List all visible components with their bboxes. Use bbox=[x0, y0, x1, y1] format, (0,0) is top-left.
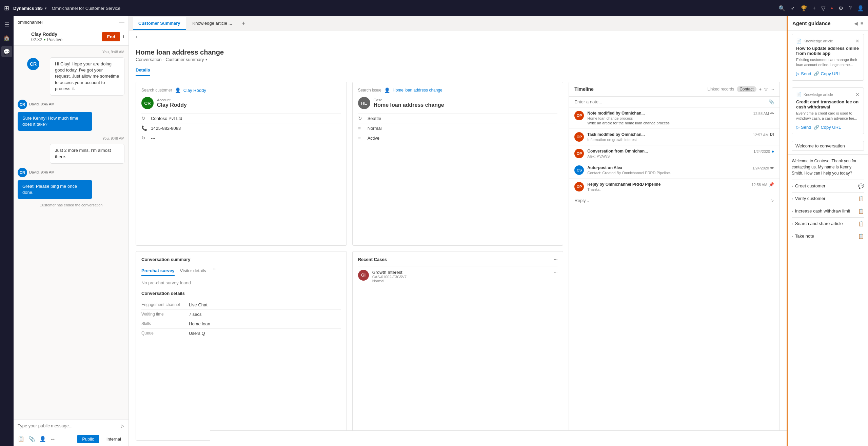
company-icon: ↻ bbox=[141, 116, 148, 121]
knowledge-card-2-copyurl-button[interactable]: 🔗 Copy URL bbox=[814, 125, 841, 130]
tab-add-icon[interactable]: + bbox=[239, 17, 248, 30]
send-message-icon[interactable]: ▷ bbox=[121, 423, 124, 428]
ag-step-take-note[interactable]: › Take note 📋 bbox=[792, 230, 864, 242]
other-value: --- bbox=[151, 136, 155, 141]
timeline-edit-icon-4[interactable]: ✏ bbox=[770, 165, 774, 170]
msg-sender-1: David, 9:46 AM bbox=[29, 102, 55, 106]
ag-step-icon-4: 📋 bbox=[858, 221, 864, 226]
conv-tab-more-icon[interactable]: ··· bbox=[213, 266, 217, 276]
timeline-check-icon-2[interactable]: ☑ bbox=[770, 132, 774, 137]
conversation-summary-card: Conversation summary Pre-chat survey Vis… bbox=[136, 251, 347, 441]
timeline-pin-icon-5[interactable]: 📌 bbox=[769, 182, 774, 187]
agent-guidance-welcome-text: Welcome to Contoso. Thank you for contac… bbox=[788, 155, 868, 180]
timeline-avatar-4: CS bbox=[574, 165, 584, 175]
public-mode-button[interactable]: Public bbox=[77, 435, 99, 443]
linked-tag[interactable]: Contact bbox=[737, 86, 756, 92]
detail-tab-details[interactable]: Details bbox=[136, 65, 150, 76]
timeline-edit-icon-1[interactable]: ✏ bbox=[770, 111, 774, 116]
timeline-avatar-3: OP bbox=[574, 149, 584, 158]
chat-minimize-icon[interactable]: — bbox=[119, 19, 124, 25]
sidebar-menu-icon[interactable]: ☰ bbox=[1, 19, 12, 30]
settings-icon[interactable]: ⚙ bbox=[839, 5, 843, 12]
case-header: Home loan address change Conversation - … bbox=[129, 43, 787, 65]
agent-guidance-title: Agent guidance bbox=[792, 20, 851, 26]
search-icon[interactable]: 🔍 bbox=[778, 5, 785, 12]
brand-chevron-icon[interactable]: ▾ bbox=[45, 6, 46, 10]
app-grid-icon[interactable]: ⊞ bbox=[4, 4, 9, 12]
recent-cases-more-icon[interactable]: ··· bbox=[554, 257, 557, 262]
ag-step-label-1: Greet customer bbox=[795, 183, 856, 188]
case-item-name-1: Growth Interest bbox=[372, 270, 551, 275]
agent-message-2: Just 2 more mins. I'm almost there. bbox=[50, 144, 124, 163]
timeline-add-icon[interactable]: + bbox=[759, 87, 762, 92]
ag-step-verify[interactable]: › Verify customer 📋 bbox=[792, 192, 864, 205]
tab-customer-summary[interactable]: Customer Summary bbox=[133, 17, 186, 30]
ag-step-chevron-2: › bbox=[792, 197, 793, 201]
sidebar-chat-icon[interactable]: 💬 bbox=[1, 46, 12, 57]
timeline-item-subtitle-2: Information on growth interest bbox=[587, 138, 749, 142]
add-icon[interactable]: + bbox=[813, 5, 816, 11]
participant-icon[interactable]: 👤 bbox=[39, 436, 46, 442]
send-icon-1: ▷ bbox=[796, 71, 800, 76]
conv-tab-prechat[interactable]: Pre-chat survey bbox=[141, 266, 175, 276]
transfer-icon[interactable]: ↔ bbox=[50, 436, 56, 442]
note-attach-icon[interactable]: 📎 bbox=[769, 99, 774, 104]
quick-reply-icon[interactable]: 📋 bbox=[18, 436, 24, 442]
issue-link[interactable]: Home loan address change bbox=[393, 88, 442, 93]
issue-avatar: HL bbox=[358, 97, 370, 109]
check-icon[interactable]: ✓ bbox=[791, 5, 795, 12]
knowledge-card-2: 📄 Knowledge article ✕ Credit card transa… bbox=[792, 87, 864, 134]
knowledge-card-1: 📄 Knowledge article ✕ How to update addr… bbox=[792, 34, 864, 81]
notification-icon[interactable]: ● bbox=[831, 6, 833, 11]
brand-logo: Dynamics 365 ▾ bbox=[13, 6, 46, 11]
timeline-filter-icon[interactable]: ▽ bbox=[764, 87, 768, 92]
knowledge-card-1-header: 📄 Knowledge article ✕ bbox=[796, 38, 860, 44]
ag-step-greet[interactable]: › Greet customer 💬 bbox=[792, 180, 864, 192]
ag-step-increase-cash[interactable]: › Increase cash withdraw limit 📋 bbox=[792, 205, 864, 217]
timeline-more-icon[interactable]: ··· bbox=[770, 87, 774, 92]
knowledge-card-2-send-button[interactable]: ▷ Send bbox=[796, 125, 811, 130]
customer-avatar-inline-1: CR bbox=[18, 100, 27, 109]
reply-send-icon[interactable]: ▷ bbox=[771, 198, 774, 203]
chat-toolbar: 📋 📎 👤 ↔ Public Internal bbox=[14, 432, 129, 446]
end-conversation-button[interactable]: End bbox=[102, 32, 120, 41]
customer-link[interactable]: Clay Roddy bbox=[183, 88, 206, 93]
ag-step-search-article[interactable]: › Search and share article 📋 bbox=[792, 217, 864, 230]
chat-info-icon[interactable]: ℹ bbox=[123, 34, 124, 39]
timeline-item-5: OP Reply by Omnichannel PRRD Pipeline Th… bbox=[569, 179, 780, 195]
case-item-more-icon-1[interactable]: ··· bbox=[554, 270, 557, 275]
agent-guidance-dropdown[interactable]: Welcome to conversation bbox=[792, 141, 864, 151]
knowledge-card-1-actions: ▷ Send 🔗 Copy URL bbox=[796, 71, 860, 76]
timeline-item-subtitle-4: Contact: Created By Omnichannel PRRD Pip… bbox=[587, 171, 749, 175]
timeline-header: Timeline Linked records Contact + ▽ ··· bbox=[569, 82, 780, 97]
search-issue-label: Search issue bbox=[358, 88, 381, 93]
case-subtitle-chevron-icon[interactable]: ▾ bbox=[205, 58, 207, 61]
timeline-actions: + ▽ ··· bbox=[759, 87, 774, 92]
status-row: ≡ Active bbox=[358, 133, 558, 143]
knowledge-card-2-close-icon[interactable]: ✕ bbox=[855, 92, 860, 97]
knowledge-card-1-send-button[interactable]: ▷ Send bbox=[796, 71, 811, 76]
agent-guidance-collapse-icon[interactable]: ◀ bbox=[854, 21, 858, 26]
trophy-icon[interactable]: 🏆 bbox=[801, 5, 807, 12]
case-title: Home loan address change bbox=[136, 48, 780, 56]
user-icon[interactable]: 👤 bbox=[857, 5, 864, 12]
back-icon[interactable]: ‹ bbox=[136, 34, 137, 40]
case-item-id-1: CAS-01002-T3G5V7 bbox=[372, 275, 551, 279]
attach-icon[interactable]: 📎 bbox=[28, 436, 35, 442]
reply-input[interactable] bbox=[574, 198, 768, 203]
help-icon[interactable]: ? bbox=[849, 5, 852, 11]
conv-tab-visitor[interactable]: Visitor details bbox=[180, 266, 206, 276]
chat-input[interactable] bbox=[18, 423, 121, 428]
knowledge-card-1-copyurl-button[interactable]: 🔗 Copy URL bbox=[814, 71, 841, 76]
tab-knowledge-article[interactable]: Knowledge article ... bbox=[187, 17, 238, 30]
agent-guidance-list-icon[interactable]: ≡ bbox=[861, 21, 863, 26]
knowledge-card-1-close-icon[interactable]: ✕ bbox=[855, 38, 860, 44]
timeline-content-5: Reply by Omnichannel PRRD Pipeline Thank… bbox=[587, 182, 748, 191]
internal-mode-button[interactable]: Internal bbox=[103, 435, 124, 443]
knowledge-card-1-title: How to update address online from mobile… bbox=[796, 46, 860, 56]
knowledge-card-2-body: Every time a credit card is used to with… bbox=[796, 111, 860, 121]
filter-icon[interactable]: ▽ bbox=[821, 5, 825, 12]
sidebar-home-icon[interactable]: 🏠 bbox=[1, 33, 12, 43]
recent-cases-card: Recent Cases ··· GI Growth Interest CAS-… bbox=[352, 251, 564, 441]
note-input[interactable] bbox=[574, 99, 766, 104]
